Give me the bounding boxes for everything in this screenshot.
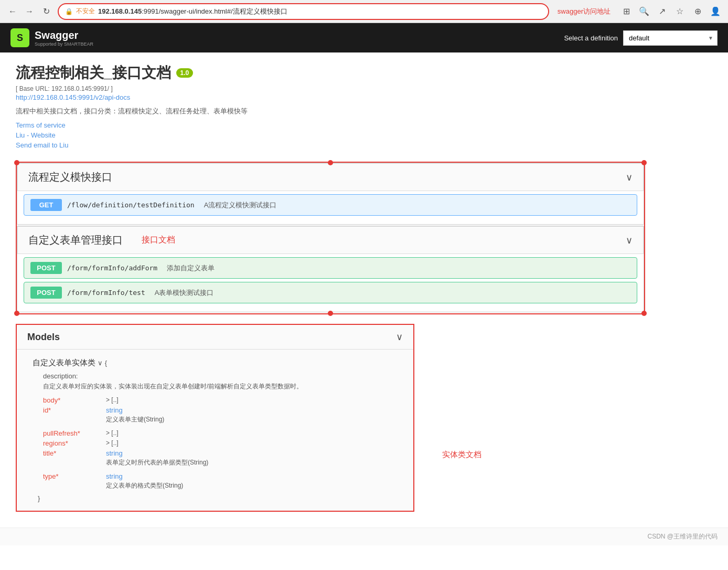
field-name-type: type* [43, 472, 95, 490]
dot-top-center [328, 160, 333, 165]
section-1-title: 流程定义模快接口 [28, 170, 112, 184]
field-name-id: id* [43, 406, 95, 424]
search-icon[interactable]: 🔍 [637, 4, 651, 19]
endpoint-path-2: /form/formInfo/addForm [67, 264, 157, 272]
api-links: Terms of service Liu - Website Send emai… [16, 121, 712, 149]
endpoint-desc-1: A流程定义模快测试接口 [204, 200, 277, 210]
section-2-chevron: ∨ [626, 235, 633, 246]
address-text: 192.168.0.145:9991/swagger-ui/index.html… [98, 7, 542, 16]
definition-select[interactable]: default [623, 30, 718, 46]
api-docs-link[interactable]: http://192.168.0.145:9991/v2/api-docs [16, 93, 712, 101]
entity-name-text: 自定义表单实体类 [33, 358, 95, 367]
swagger-logo: S Swagger Supported by SMARTBEAR [10, 28, 93, 47]
method-badge-post-2: POST [30, 287, 62, 299]
models-title: Models [27, 332, 60, 343]
dot-top-left [14, 160, 19, 165]
swagger-address-label: swagger访问地址 [558, 7, 611, 16]
field-expand-body[interactable]: > [..] [106, 396, 119, 404]
address-port: :9991 [142, 7, 159, 15]
endpoint-path-1: /flow/definition/testDefinition [67, 201, 195, 209]
model-entity-name: 自定义表单实体类 ∨ { [33, 358, 398, 368]
section-2-body: POST /form/formInfo/addForm 添加自定义表单 POST… [17, 257, 644, 312]
models-body: 自定义表单实体类 ∨ { description: 自定义表单对应的实体装，实体… [17, 350, 413, 511]
section-2-header[interactable]: 自定义表单管理接口 接口文档 ∨ [17, 226, 644, 254]
field-details-type: string 定义表单的格式类型(String) [106, 472, 183, 490]
field-type-type: string [106, 472, 183, 480]
lock-icon: 🔒 [65, 8, 73, 15]
models-section: Models ∨ 自定义表单实体类 ∨ { description: 自定义表单… [16, 324, 414, 512]
field-body: body* > [..] [33, 396, 398, 404]
field-name-title: title* [43, 449, 95, 467]
field-details-title: string 表单定义时所代表的单据类型(String) [106, 449, 208, 467]
section-1-body: GET /flow/definition/testDefinition A流程定… [17, 194, 644, 224]
endpoint-desc-3: A表单模快测试接口 [155, 288, 214, 298]
footer: CSDN @王维诗里的代码 [0, 527, 728, 545]
swagger-subtitle: Supported by SMARTBEAR [35, 41, 93, 47]
base-url: [ Base URL: 192.168.0.145:9991/ ] [16, 85, 712, 92]
field-type-title: string [106, 449, 208, 457]
browser-chrome: ← → ↻ 🔒 不安全 192.168.0.145:9991/swagger-u… [0, 0, 728, 23]
refresh-button[interactable]: ↻ [39, 4, 53, 19]
field-note-id: 定义表单主键(String) [106, 415, 164, 424]
section-1-chevron: ∨ [626, 172, 633, 183]
share-icon[interactable]: ↗ [655, 4, 669, 19]
endpoint-post-addForm[interactable]: POST /form/formInfo/addForm 添加自定义表单 [24, 257, 637, 279]
profile-icon[interactable]: 👤 [708, 4, 723, 19]
browser-icons: ⊞ 🔍 ↗ ☆ ⊕ 👤 [619, 4, 723, 19]
field-details-body: > [..] [106, 396, 119, 404]
field-details-regions: > [..] [106, 439, 119, 447]
not-secure-label: 不安全 [76, 7, 95, 16]
dot-bottom-center [328, 311, 333, 316]
api-title-text: 流程控制相关_接口文档 [16, 63, 171, 83]
endpoint-get-testDefinition[interactable]: GET /flow/definition/testDefinition A流程定… [24, 194, 637, 216]
swagger-title: Swagger [35, 29, 78, 41]
address-host: 192.168.0.145 [98, 7, 142, 15]
field-name-pullRefresh: pullRefresh* [43, 429, 95, 437]
definition-label: Select a definition [564, 34, 618, 42]
api-sections-group: 流程定义模快接口 ∨ GET /flow/definition/testDefi… [16, 162, 645, 314]
nav-buttons: ← → ↻ [5, 4, 53, 19]
dot-bottom-right [641, 311, 647, 316]
field-note-type: 定义表单的格式类型(String) [106, 481, 183, 490]
field-expand-regions[interactable]: > [..] [106, 439, 119, 447]
method-badge-get: GET [30, 199, 62, 211]
endpoint-post-test[interactable]: POST /form/formInfo/test A表单模快测试接口 [24, 282, 637, 303]
endpoint-desc-2: 添加自定义表单 [167, 263, 215, 273]
forward-button[interactable]: → [22, 4, 37, 19]
section-1-header[interactable]: 流程定义模快接口 ∨ [17, 163, 644, 191]
method-badge-post-1: POST [30, 262, 62, 274]
model-desc-label: description: [43, 372, 398, 380]
field-regions: regions* > [..] [33, 439, 398, 447]
api-title: 流程控制相关_接口文档 1.0 [16, 63, 712, 83]
model-close-bracket: } [38, 494, 398, 502]
entity-toggle[interactable]: ∨ { [98, 359, 107, 367]
address-bar[interactable]: 🔒 不安全 192.168.0.145:9991/swagger-ui/inde… [58, 3, 549, 20]
terms-of-service-link[interactable]: Terms of service [16, 121, 712, 129]
swagger-header: S Swagger Supported by SMARTBEAR Select … [0, 23, 728, 52]
footer-text: CSDN @王维诗里的代码 [647, 533, 718, 540]
bookmark-icon[interactable]: ☆ [672, 4, 687, 19]
screen-icon[interactable]: ⊞ [619, 4, 634, 19]
api-description: 流程中相关接口文档，接口分类：流程模快定义、流程任务处理、表单模快等 [16, 107, 712, 116]
field-name-regions: regions* [43, 439, 95, 447]
main-content: 流程控制相关_接口文档 1.0 [ Base URL: 192.168.0.14… [0, 52, 728, 527]
section-2-label: 接口文档 [142, 235, 175, 246]
field-note-title: 表单定义时所代表的单据类型(String) [106, 458, 208, 467]
back-button[interactable]: ← [5, 4, 20, 19]
field-pullRefresh: pullRefresh* > [..] [33, 429, 398, 437]
address-path: /swagger-ui/index.html#/流程定义模快接口 [159, 7, 287, 15]
version-badge: 1.0 [176, 68, 194, 78]
email-link[interactable]: Send email to Liu [16, 141, 712, 149]
field-id: id* string 定义表单主键(String) [33, 406, 398, 424]
dot-top-right [641, 160, 647, 165]
definition-select-wrapper[interactable]: default [623, 30, 718, 46]
endpoint-path-3: /form/formInfo/test [67, 289, 145, 297]
field-expand-pullRefresh[interactable]: > [..] [106, 429, 119, 437]
section-1: 流程定义模快接口 ∨ GET /flow/definition/testDefi… [17, 163, 644, 225]
extension-icon[interactable]: ⊕ [690, 4, 705, 19]
website-link[interactable]: Liu - Website [16, 131, 712, 139]
models-header[interactable]: Models ∨ [17, 325, 413, 350]
api-info: 流程控制相关_接口文档 1.0 [ Base URL: 192.168.0.14… [16, 63, 712, 149]
models-chevron: ∨ [396, 331, 403, 343]
field-details-pullRefresh: > [..] [106, 429, 119, 437]
